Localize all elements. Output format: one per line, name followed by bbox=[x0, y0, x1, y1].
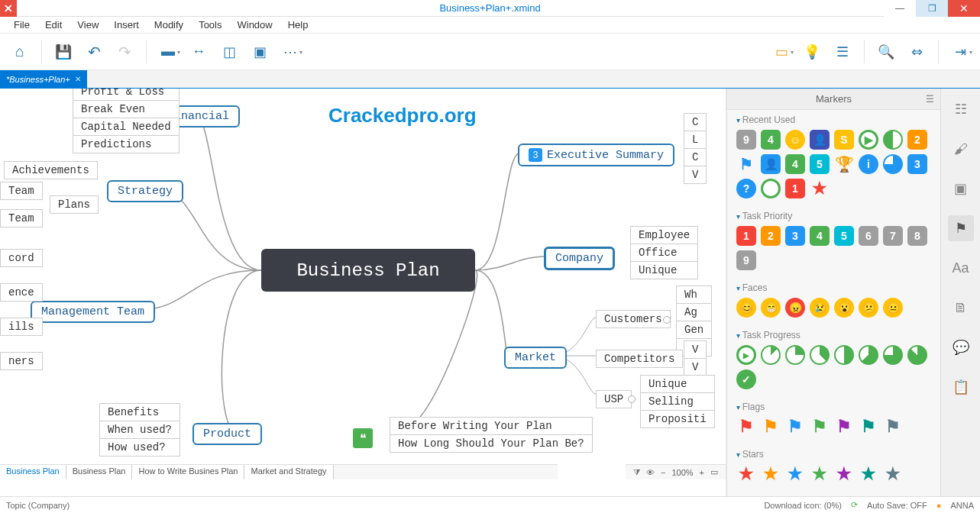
sheet-tab[interactable]: How to Write Busines Plan bbox=[132, 465, 244, 479]
close-icon[interactable]: ✕ bbox=[75, 75, 81, 83]
subtopic[interactable]: Ag bbox=[676, 303, 712, 321]
menu-file[interactable]: File bbox=[6, 19, 37, 31]
marker-star[interactable]: ★ bbox=[810, 179, 830, 198]
menu-tools[interactable]: Tools bbox=[191, 19, 229, 31]
subtopic[interactable]: USP bbox=[596, 390, 632, 408]
flag-blue[interactable]: ⚑ bbox=[785, 417, 805, 437]
face-confused[interactable]: 😕 bbox=[859, 298, 878, 318]
subtopic[interactable]: Competitors bbox=[596, 350, 683, 368]
progress-done[interactable]: ✓ bbox=[736, 369, 756, 389]
star-gray[interactable]: ★ bbox=[883, 464, 903, 484]
marker-s[interactable]: S bbox=[834, 130, 854, 150]
subtopic[interactable]: L bbox=[684, 131, 707, 149]
undo-button[interactable]: ↶ bbox=[80, 38, 108, 66]
subtopic[interactable]: Team bbox=[0, 182, 43, 200]
subtopic[interactable]: Unique bbox=[640, 375, 715, 393]
subtopic[interactable]: Customers bbox=[596, 310, 671, 328]
subtopic[interactable]: Break Even bbox=[73, 100, 180, 118]
subtopic[interactable]: Office bbox=[630, 244, 698, 262]
rail-format[interactable]: 🖌 bbox=[948, 136, 974, 162]
subtopic[interactable]: Propositi bbox=[640, 410, 715, 428]
more-button[interactable]: ⋯▾ bbox=[277, 38, 304, 66]
marker-flag[interactable]: ⚑ bbox=[736, 154, 756, 174]
flag-gray[interactable]: ⚑ bbox=[883, 417, 903, 437]
subtopic[interactable]: Predictions bbox=[73, 135, 180, 153]
section-task-progress[interactable]: Task Progress bbox=[736, 330, 931, 340]
branch-company[interactable]: Company bbox=[544, 247, 615, 270]
subtopic[interactable]: ence bbox=[0, 283, 43, 302]
face-neutral[interactable]: 😐 bbox=[883, 298, 903, 318]
menu-view[interactable]: View bbox=[70, 19, 106, 31]
priority-9[interactable]: 9 bbox=[736, 250, 756, 270]
canvas[interactable]: Crackedpro.org Business Plan Financial P… bbox=[0, 89, 726, 496]
rail-comments[interactable]: 💬 bbox=[948, 334, 974, 360]
gantt-button[interactable]: ☰ bbox=[829, 38, 856, 66]
subtopic[interactable]: cord bbox=[0, 249, 43, 267]
subtopic[interactable]: Capital Needed bbox=[73, 118, 180, 136]
menu-window[interactable]: Window bbox=[229, 19, 280, 31]
subtopic[interactable]: Profit & Loss bbox=[73, 89, 180, 101]
subtopic[interactable]: Selling bbox=[640, 392, 715, 411]
subtopic[interactable]: V bbox=[684, 166, 707, 184]
marker-person-blue[interactable]: 👤 bbox=[761, 154, 781, 174]
fit-icon[interactable]: ▭ bbox=[710, 467, 718, 477]
flag-purple[interactable]: ⚑ bbox=[834, 417, 854, 437]
filter-icon[interactable]: ⧩ bbox=[633, 467, 640, 477]
sheet-tab[interactable]: Business Plan bbox=[66, 465, 133, 479]
relationship-button[interactable]: ↔ bbox=[185, 38, 212, 66]
window-minimize-button[interactable]: — bbox=[884, 0, 916, 17]
boundary-button[interactable]: ◫ bbox=[215, 38, 243, 66]
progress-0[interactable]: ▶ bbox=[736, 345, 756, 365]
section-stars[interactable]: Stars bbox=[736, 449, 931, 460]
home-button[interactable]: ⌂ bbox=[6, 38, 34, 66]
window-close-button[interactable]: ✕ bbox=[948, 0, 980, 17]
menu-help[interactable]: Help bbox=[280, 19, 316, 31]
subtopic[interactable]: Benefits bbox=[99, 403, 180, 421]
subtopic[interactable]: How used? bbox=[99, 438, 180, 457]
menu-modify[interactable]: Modify bbox=[147, 19, 191, 31]
menu-icon[interactable]: ☰ bbox=[926, 94, 934, 105]
share-button[interactable]: ⇔ bbox=[903, 38, 930, 66]
branch-market[interactable]: Market bbox=[504, 347, 567, 369]
marker-2[interactable]: 2 bbox=[907, 130, 927, 150]
subtopic[interactable]: V bbox=[684, 340, 707, 359]
window-maximize-button[interactable]: ❐ bbox=[916, 0, 948, 17]
marker-1[interactable]: 1 bbox=[785, 179, 805, 198]
marker-empty[interactable] bbox=[761, 179, 781, 198]
subtopic[interactable]: V bbox=[684, 358, 707, 376]
summary-button[interactable]: ▣ bbox=[246, 38, 273, 66]
branch-product[interactable]: Product bbox=[192, 423, 262, 445]
marker-4b[interactable]: 4 bbox=[785, 154, 805, 174]
priority-3[interactable]: 3 bbox=[785, 226, 805, 246]
marker-info[interactable]: i bbox=[859, 154, 878, 174]
subtopic[interactable]: Unique bbox=[630, 261, 698, 279]
marker-person[interactable]: 👤 bbox=[810, 130, 830, 150]
star-green[interactable]: ★ bbox=[810, 464, 830, 484]
subtopic[interactable]: Gen bbox=[676, 321, 712, 339]
save-button[interactable]: 💾 bbox=[50, 38, 77, 66]
rail-task[interactable]: 📋 bbox=[948, 374, 974, 400]
star-red[interactable]: ★ bbox=[736, 464, 756, 484]
zoom-in-button[interactable]: + bbox=[700, 468, 704, 477]
priority-4[interactable]: 4 bbox=[810, 226, 830, 246]
progress-2[interactable] bbox=[785, 345, 805, 365]
marker-half[interactable] bbox=[883, 130, 903, 150]
marker-trophy[interactable]: 🏆 bbox=[834, 154, 854, 174]
face-angry[interactable]: 😠 bbox=[785, 298, 805, 318]
marker-3[interactable]: 3 bbox=[907, 154, 927, 174]
face-smile[interactable]: 😊 bbox=[736, 298, 756, 318]
flag-red[interactable]: ⚑ bbox=[736, 417, 756, 437]
rail-image[interactable]: ▣ bbox=[948, 176, 974, 202]
branch-management[interactable]: Management Team bbox=[31, 301, 155, 323]
search-button[interactable]: 🔍 bbox=[872, 38, 900, 66]
progress-7[interactable] bbox=[907, 345, 927, 365]
subtopic[interactable]: Team bbox=[0, 209, 43, 227]
priority-2[interactable]: 2 bbox=[761, 226, 781, 246]
star-purple[interactable]: ★ bbox=[834, 464, 854, 484]
subtopic[interactable]: When used? bbox=[99, 421, 180, 439]
priority-7[interactable]: 7 bbox=[883, 226, 903, 246]
section-task-priority[interactable]: Task Priority bbox=[736, 211, 931, 221]
section-faces[interactable]: Faces bbox=[736, 282, 931, 293]
subtopic[interactable]: Achievements bbox=[4, 161, 98, 179]
sheet-tab[interactable]: Business Plan bbox=[0, 465, 66, 479]
